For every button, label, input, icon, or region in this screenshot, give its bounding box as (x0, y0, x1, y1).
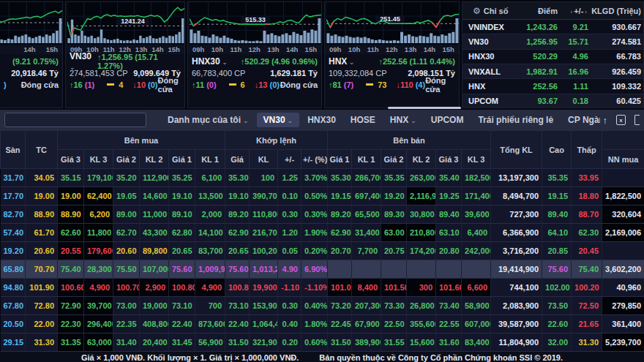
cell-kl_pct[interactable]: 1.80% (302, 315, 328, 333)
cell-bm_kl3[interactable]: 39,700 (84, 297, 113, 315)
cell-san[interactable]: 29.15 (1, 333, 26, 352)
cell-bm_kl1[interactable]: 6,100 (195, 169, 225, 187)
tab-hose[interactable]: HOSE (344, 113, 382, 127)
cell-bm_gia1[interactable]: 73.10 (169, 297, 195, 315)
subcolumn-header-gi-2[interactable]: Giá 2 (113, 150, 140, 169)
cell-kl_gia[interactable]: 19.10 (225, 187, 250, 205)
cell-tong_kl[interactable]: 2,083,900 (491, 297, 542, 315)
cell-tc[interactable]: 19.00 (26, 187, 58, 205)
cell-bb_kl1[interactable]: 697,400 (352, 187, 381, 205)
subcolumn-header-kl-3[interactable]: KL 3 (84, 150, 113, 169)
cell-bm_kl2[interactable]: 112,900 (140, 169, 169, 187)
cell-thap[interactable]: 72.50 (572, 297, 602, 315)
cell-bm_gia1[interactable]: 75.60 (169, 260, 195, 279)
cell-cao[interactable]: 102.00 (542, 279, 572, 297)
cell-kl_pct[interactable]: 0.20% (302, 242, 328, 260)
cell-bb_gia2[interactable]: 19.20 (381, 187, 407, 205)
cell-bm_gia1[interactable]: 22.40 (169, 315, 195, 333)
cell-bm_gia2[interactable]: 35.20 (113, 169, 140, 187)
cell-bm_gia1[interactable]: 19.10 (169, 187, 195, 205)
cell-bm_kl1[interactable]: 14,100 (195, 224, 225, 242)
cell-kl_kl[interactable]: 153,900 (250, 297, 278, 315)
cell-bm_kl1[interactable]: 873,600 (195, 315, 225, 333)
cell-bm_kl1[interactable]: 13,500 (195, 187, 225, 205)
cell-bb_kl3[interactable] (462, 260, 491, 279)
cell-tong_kl[interactable]: 8,494,700 (491, 187, 542, 205)
cell-bm_kl3[interactable]: 11,800 (84, 224, 113, 242)
cell-bb_kl3[interactable]: 6,600 (462, 279, 491, 297)
index-row-upcom[interactable]: UPCOM93.670.1860.425 (463, 94, 643, 108)
cell-nn_mua[interactable]: 2,169,006 (602, 224, 644, 242)
column-header-cao[interactable]: Cao (542, 131, 572, 169)
cell-bb_kl2[interactable]: 210,800 (407, 224, 436, 242)
cell-bm_kl2[interactable]: 89,800 (140, 242, 169, 260)
cell-bm_kl3[interactable]: 28,300 (84, 260, 113, 279)
cell-bm_gia3[interactable]: 20.55 (58, 242, 84, 260)
table-row[interactable]: 57.4061.7062.6011,80062.7043,30062.8014,… (1, 224, 644, 242)
cell-bb_kl1[interactable]: 389,900 (352, 333, 381, 352)
cell-thap[interactable]: 31.30 (572, 333, 602, 352)
cell-thap[interactable]: 18.80 (572, 187, 602, 205)
cell-bb_gia1[interactable]: 20.70 (328, 242, 352, 260)
cell-kl_kl[interactable]: 100,200 (250, 242, 278, 260)
table-row[interactable]: 17.7019.0019.0062,40019.0514,60019.1013,… (1, 187, 644, 205)
cell-kl_kl[interactable]: 216,700 (250, 224, 278, 242)
cell-kl_kl[interactable]: 1,013,200 (250, 260, 278, 279)
column-header-b-n-mua[interactable]: Bên mua (58, 131, 225, 150)
cell-bb_kl1[interactable] (352, 260, 381, 279)
clipped-edge-icon[interactable] (634, 115, 640, 125)
cell-kl_pct[interactable]: 0.60% (302, 333, 328, 352)
cell-bm_kl1[interactable]: 2,000 (195, 205, 225, 224)
cell-kl_chg[interactable]: 0.05 (278, 242, 302, 260)
cell-bb_gia2[interactable]: 35.35 (381, 169, 407, 187)
tab-tr-i-phi-u-ri-ng-l-[interactable]: Trái phiếu riêng lẻ (471, 113, 560, 127)
cell-bm_gia3[interactable]: 72.90 (58, 297, 84, 315)
cell-cao[interactable]: 20.85 (542, 242, 572, 260)
cell-bm_gia3[interactable]: 19.00 (58, 187, 84, 205)
cell-kl_gia[interactable]: 35.30 (225, 169, 250, 187)
subcolumn-header-+--[interactable]: +/- (278, 150, 302, 169)
tab-danh-m-c-c-a-t-i[interactable]: Danh mục của tôi⌄ (161, 113, 255, 127)
index-row-hnx30[interactable]: HNX30520.294.9666.7831, (463, 50, 643, 64)
cell-bm_kl3[interactable]: 296,400 (84, 315, 113, 333)
cell-bb_kl2[interactable]: 2,116,900 (407, 187, 436, 205)
cell-bm_kl2[interactable]: 408,800 (140, 315, 169, 333)
cell-tc[interactable]: 22.00 (26, 315, 58, 333)
cell-bm_kl2[interactable]: 11,000 (140, 205, 169, 224)
cell-nn_mua[interactable] (602, 242, 644, 260)
cell-bm_gia2[interactable]: 73.00 (113, 297, 140, 315)
index-row-vnxall[interactable]: VNXALL1,982.9116.96926.45922, (463, 64, 643, 79)
cell-bm_gia1[interactable]: 35.25 (169, 169, 195, 187)
cell-bm_kl3[interactable]: 6,200 (84, 205, 113, 224)
cell-san[interactable]: 82.70 (1, 205, 26, 224)
cell-bb_kl3[interactable]: 83,400 (462, 333, 491, 352)
cell-bm_gia2[interactable]: 22.35 (113, 315, 140, 333)
subcolumn-header-kl-1[interactable]: KL 1 (352, 150, 381, 169)
subcolumn-header-kl[interactable]: KL (250, 150, 278, 169)
tab-upcom[interactable]: UPCOM (424, 113, 471, 127)
cell-bb_gia1[interactable] (328, 260, 352, 279)
cell-bb_gia1[interactable]: 31.50 (328, 333, 352, 352)
cell-bb_gia1[interactable]: 22.45 (328, 315, 352, 333)
cell-bm_gia3[interactable]: 35.15 (58, 169, 84, 187)
cell-kl_gia[interactable]: 62.90 (225, 224, 250, 242)
cell-san[interactable]: 67.80 (1, 297, 26, 315)
cell-nn_mua[interactable]: 1,822,500 (602, 187, 644, 205)
cell-tc[interactable]: 70.70 (26, 260, 58, 279)
cell-tong_kl[interactable]: 11,804,900 (491, 333, 542, 352)
cell-bm_kl3[interactable]: 179,100 (84, 169, 113, 187)
cell-bb_kl3[interactable]: 182,500 (462, 169, 491, 187)
cell-kl_chg[interactable]: 0.20 (278, 333, 302, 352)
cell-san[interactable]: 17.70 (1, 187, 26, 205)
cell-bb_gia3[interactable] (436, 260, 462, 279)
cell-tc[interactable]: 72.80 (26, 297, 58, 315)
cell-bm_kl2[interactable]: 43,300 (140, 224, 169, 242)
cell-kl_pct[interactable]: 0.40% (302, 297, 328, 315)
tab-cp-ng-nh[interactable]: CP Ngành⌄ (561, 113, 599, 127)
cell-bm_kl2[interactable]: 2,900 (140, 279, 169, 297)
cell-san[interactable]: 65.80 (1, 260, 26, 279)
column-header-t-ng-kl[interactable]: Tổng KL (491, 131, 542, 169)
cell-bm_kl2[interactable]: 107,000 (140, 260, 169, 279)
cell-bb_gia3[interactable]: 31.60 (436, 333, 462, 352)
cell-bb_gia1[interactable]: 101.00 (328, 279, 352, 297)
